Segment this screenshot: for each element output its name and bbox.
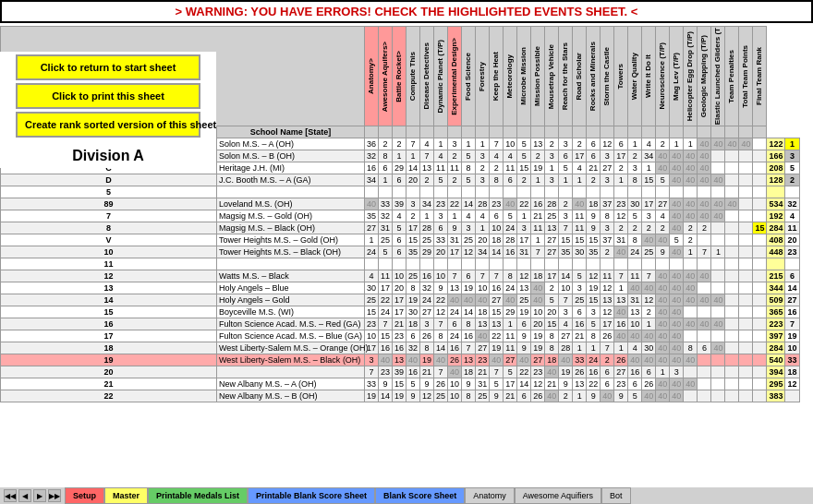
cell-score: 6 [573, 306, 587, 318]
tab-anatomy[interactable]: Anatomy [465, 487, 515, 504]
cell-score: 28 [559, 342, 573, 354]
cell-score: 26 [573, 366, 587, 378]
cell-score: 6 [642, 366, 656, 378]
cell-score: 40 [406, 354, 420, 366]
cell-score [462, 258, 476, 270]
cell-score [711, 270, 725, 282]
cell-score: 14 [406, 162, 420, 174]
nav-next-arrow[interactable]: ▶ [33, 489, 46, 502]
cell-school [217, 366, 365, 378]
cell-score: 11 [573, 210, 587, 222]
cell-score: 26 [642, 378, 656, 390]
cell-score: 20 [545, 306, 559, 318]
col-header-mission: Mission Possible [531, 27, 545, 126]
nav-last-arrow[interactable]: ▶▶ [48, 489, 61, 502]
warning-text: > WARNING: YOU HAVE ERRORS! CHECK THE HI… [176, 5, 638, 18]
cell-score: 6 [517, 318, 531, 330]
cell-score [393, 258, 406, 270]
tab-printable-medals[interactable]: Printable Medals List [148, 487, 248, 504]
cell-score: 30 [406, 306, 420, 318]
cell-rank [785, 258, 799, 270]
cell-score: 15 [587, 294, 601, 306]
table-row: 21New Albany M.S. – A (OH)33915592610931… [1, 378, 800, 390]
cell-school: Boyceville M.S. (WI) [217, 306, 365, 318]
nav-prev-arrow[interactable]: ◀ [18, 489, 31, 502]
table-row: 89Loveland M.S. (OH)40333933423221428234… [1, 198, 800, 210]
tab-setup[interactable]: Setup [65, 487, 104, 504]
cell-score: 8 [379, 150, 393, 162]
cell-score: 8 [545, 330, 559, 342]
cell-total: 284 [767, 342, 785, 354]
cell-score [739, 150, 753, 162]
cell-school: Solon M.S. – B (OH) [217, 150, 365, 162]
cell-rank: 33 [785, 354, 799, 366]
cell-score [739, 306, 753, 318]
cell-score: 26 [531, 390, 545, 402]
col-sub-compute [406, 126, 420, 138]
cell-score: 8 [406, 282, 420, 294]
cell-score: 14 [462, 306, 476, 318]
cell-score: 13 [545, 222, 559, 234]
cell-score: 40 [698, 150, 711, 162]
cell-score: 13 [490, 318, 504, 330]
cell-score: 6 [601, 378, 614, 390]
cell-num: 11 [1, 258, 217, 270]
cell-num: 13 [1, 282, 217, 294]
cell-score: 24 [365, 246, 379, 258]
cell-score: 2 [601, 246, 614, 258]
cell-score [711, 306, 725, 318]
cell-score: 24 [420, 294, 434, 306]
col-sub-microbe [517, 126, 531, 138]
cell-score: 9 [448, 222, 462, 234]
tab-master[interactable]: Master [104, 487, 148, 504]
cell-score: 5 [587, 318, 601, 330]
cell-score: 33 [365, 378, 379, 390]
cell-score: 2 [628, 150, 642, 162]
cell-score: 3 [601, 150, 614, 162]
create-sorted-button[interactable]: Create rank sorted version of this sheet [16, 112, 200, 138]
return-sheet-button[interactable]: Click to return to start sheet [16, 54, 200, 80]
tab-bot[interactable]: Bot [601, 487, 631, 504]
print-sheet-button[interactable]: Click to print this sheet [16, 83, 200, 109]
table-row: 13Holy Angels – Blue30172083291319101624… [1, 282, 800, 294]
cell-score: 40 [698, 198, 711, 210]
cell-score: 15 [393, 378, 406, 390]
cell-score: 1 [476, 222, 490, 234]
cell-score: 31 [614, 234, 628, 246]
cell-score: 8 [684, 342, 698, 354]
cell-score: 28 [476, 198, 490, 210]
cell-score: 40 [517, 354, 531, 366]
cell-score [739, 162, 753, 174]
tab-printable-blank[interactable]: Printable Blank Score Sheet [248, 487, 375, 504]
cell-score: 1 [531, 174, 545, 186]
cell-score [490, 258, 504, 270]
cell-score: 40 [711, 318, 725, 330]
cell-score: 2 [628, 222, 642, 234]
cell-score: 15 [559, 234, 573, 246]
cell-score [406, 258, 420, 270]
nav-first-arrow[interactable]: ◀◀ [4, 489, 17, 502]
tab-awesome[interactable]: Awesome Aquifiers [515, 487, 601, 504]
cell-score: 40 [656, 150, 670, 162]
cell-score [739, 258, 753, 270]
cell-score: 4 [490, 150, 504, 162]
cell-score: 3 [573, 282, 587, 294]
cell-score: 5 [628, 390, 642, 402]
cell-score [684, 258, 698, 270]
cell-score: 37 [601, 198, 614, 210]
cell-score: 17 [601, 318, 614, 330]
cell-num: 15 [1, 306, 217, 318]
cell-score [587, 186, 601, 198]
cell-score: 40 [601, 390, 614, 402]
cell-score [628, 186, 642, 198]
cell-score: 40 [698, 174, 711, 186]
cell-score: 40 [711, 294, 725, 306]
cell-score: 4 [656, 210, 670, 222]
cell-school [217, 258, 365, 270]
cell-score: 15 [517, 162, 531, 174]
cell-score: 11 [601, 270, 614, 282]
cell-num: 10 [1, 246, 217, 258]
tab-blank-score[interactable]: Blank Score Sheet [375, 487, 465, 504]
cell-score: 8 [628, 234, 642, 246]
cell-score: 40 [490, 354, 504, 366]
